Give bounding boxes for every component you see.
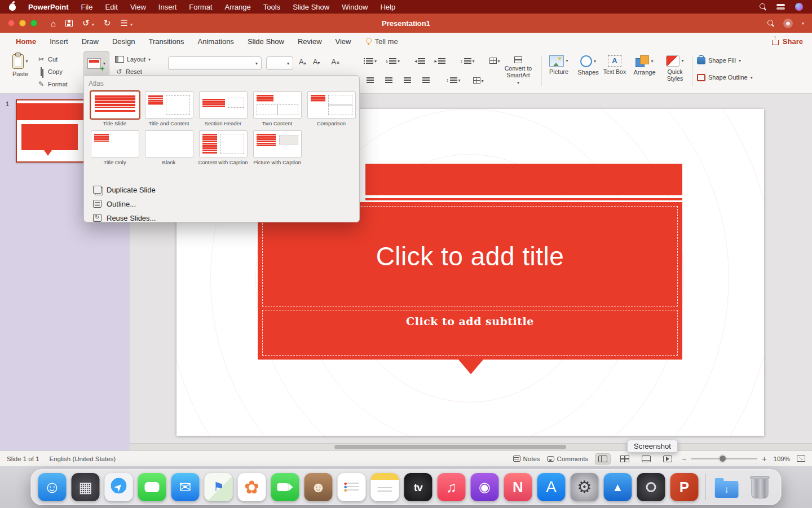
zoom-slider-thumb[interactable] [719, 455, 726, 462]
contacts-dock-icon[interactable]: ☻ [304, 473, 333, 501]
layout-option-picture-caption[interactable]: Picture with Caption [250, 129, 304, 165]
safari-dock-icon[interactable]: ➤ [105, 473, 133, 501]
menubar-app-name[interactable]: PowerPoint [28, 3, 69, 11]
shapes-button[interactable]: ▾ Shapes [575, 55, 601, 76]
save-icon[interactable] [65, 20, 73, 27]
justify-button[interactable] [420, 76, 433, 85]
menubar-item-help[interactable]: Help [380, 3, 395, 11]
decrease-font-size-button[interactable]: A▾ [313, 58, 320, 66]
paste-button[interactable]: ▾ Paste [8, 54, 33, 78]
line-spacing-button[interactable]: ↕▾ [460, 58, 475, 64]
format-painter-button[interactable]: ✎Format [37, 78, 68, 90]
minimize-window-button[interactable] [19, 20, 26, 27]
reuse-slides-menu-item[interactable]: Reuse Slides... [90, 211, 159, 225]
downloads-dock-icon[interactable]: ↓ [713, 473, 741, 501]
picture-button[interactable]: ▾ Picture [546, 55, 572, 76]
menubar-item-window[interactable]: Window [342, 3, 368, 11]
zoom-slider[interactable] [691, 458, 757, 459]
home-icon[interactable]: ⌂ [51, 19, 56, 28]
facetime-dock-icon[interactable] [271, 473, 299, 501]
menubar-item-edit[interactable]: Edit [105, 3, 117, 11]
menubar-item-view[interactable]: View [130, 3, 146, 11]
bullets-button[interactable]: ▾ [364, 58, 377, 64]
system-settings-dock-icon[interactable]: ⚙ [571, 473, 599, 501]
menubar-item-format[interactable]: Format [189, 3, 212, 11]
layout-option-title-slide[interactable]: Title Slide [88, 90, 142, 126]
apple-menu-icon[interactable] [9, 3, 16, 11]
customize-toolbar-button[interactable]: ☰ ▾ [120, 18, 133, 28]
shape-fill-button[interactable]: Shape Fill▾ [697, 54, 753, 67]
layout-option-comparison[interactable]: Comparison [304, 90, 358, 126]
increase-font-size-button[interactable]: A▴ [299, 58, 306, 66]
new-slide-button[interactable]: ▾ [83, 51, 109, 75]
text-direction-button[interactable]: ▾ [473, 77, 484, 84]
text-box-button[interactable]: A Text Box [602, 55, 627, 75]
quick-styles-button[interactable]: ▾ Quick Styles [661, 55, 689, 82]
trash-dock-icon[interactable] [746, 473, 774, 501]
music-dock-icon[interactable]: ♫ [438, 473, 466, 501]
launchpad-dock-icon[interactable]: ▦ [72, 473, 100, 501]
tab-home[interactable]: Home [9, 33, 43, 50]
news-dock-icon[interactable]: N [504, 473, 532, 501]
layout-option-blank[interactable]: Blank [142, 129, 196, 165]
menubar-item-arrange[interactable]: Arrange [225, 3, 251, 11]
undo-button[interactable]: ↺ ▾ [82, 18, 94, 28]
normal-view-button[interactable] [595, 453, 611, 465]
slideshow-view-button[interactable] [660, 454, 675, 464]
control-center-icon[interactable] [776, 4, 785, 10]
tab-review[interactable]: Review [291, 33, 329, 50]
notes-button[interactable]: Notes [513, 456, 540, 462]
decrease-indent-button[interactable]: ◂ [414, 58, 426, 64]
share-button[interactable]: Share [772, 37, 803, 46]
app-store-dock-icon[interactable]: A [537, 473, 566, 501]
layout-option-section-header[interactable]: Section Header [196, 90, 250, 126]
notes-page-view-button[interactable] [639, 454, 654, 464]
align-center-button[interactable] [382, 76, 395, 85]
convert-to-smartart-button[interactable]: Convert to SmartArt ▾ [498, 56, 538, 85]
comments-button[interactable]: Comments [547, 456, 589, 462]
vertical-align-button[interactable]: ↕▾ [446, 77, 461, 83]
font-size-select[interactable]: ▾ [266, 56, 293, 70]
outline-menu-item[interactable]: Outline... [90, 197, 159, 211]
subtitle-placeholder[interactable]: Click to add subtitle [262, 310, 678, 356]
screenshot-dock-icon[interactable] [637, 473, 665, 501]
siri-icon[interactable] [795, 3, 803, 11]
duplicate-slide-menu-item[interactable]: Duplicate Slide [90, 183, 159, 196]
menubar-item-tools[interactable]: Tools [263, 3, 280, 11]
tab-transitions[interactable]: Transitions [142, 33, 191, 50]
title-block[interactable]: Click to add title Click to add subtitle [258, 202, 682, 360]
tell-me-button[interactable]: Tell me [366, 37, 398, 46]
copy-button[interactable]: Copy [37, 65, 68, 78]
keynote-dock-icon[interactable]: ▲ [604, 473, 632, 501]
redo-button[interactable]: ↻ [104, 18, 111, 28]
tab-slide-show[interactable]: Slide Show [241, 33, 291, 50]
tab-animations[interactable]: Animations [191, 33, 241, 50]
layout-button[interactable]: Layout▾ [115, 53, 151, 65]
account-button[interactable]: ☻ [783, 19, 793, 28]
increase-indent-button[interactable]: ▸ [434, 58, 445, 64]
reminders-dock-icon[interactable] [338, 473, 366, 501]
apple-tv-dock-icon[interactable]: tv [404, 473, 433, 501]
tab-view[interactable]: View [329, 33, 358, 50]
account-chevron-icon[interactable]: ▾ [802, 21, 804, 26]
layout-option-title-content[interactable]: Title and Content [142, 90, 196, 126]
menubar-item-file[interactable]: File [81, 3, 93, 11]
font-name-select[interactable]: ▾ [168, 56, 262, 70]
menubar-item-insert[interactable]: Insert [158, 3, 177, 11]
finder-dock-icon[interactable]: ☺ [38, 473, 67, 501]
tab-draw[interactable]: Draw [75, 33, 105, 50]
numbering-button[interactable]: 1▾ [386, 58, 400, 64]
zoom-window-button[interactable] [30, 20, 37, 27]
powerpoint-dock-icon[interactable]: P [670, 473, 699, 501]
align-right-button[interactable] [401, 76, 414, 85]
spotlight-search-icon[interactable] [760, 3, 766, 10]
zoom-level[interactable]: 109% [774, 456, 790, 462]
align-left-button[interactable] [364, 76, 377, 85]
slide-sorter-view-button[interactable] [617, 454, 632, 464]
layout-option-content-caption[interactable]: Content with Caption [196, 129, 250, 165]
scrollbar-thumb[interactable] [334, 445, 566, 449]
tab-insert[interactable]: Insert [43, 33, 75, 50]
language-status[interactable]: English (United States) [50, 456, 116, 462]
podcasts-dock-icon[interactable]: ◉ [471, 473, 499, 501]
fit-slide-to-window-button[interactable] [797, 456, 805, 462]
